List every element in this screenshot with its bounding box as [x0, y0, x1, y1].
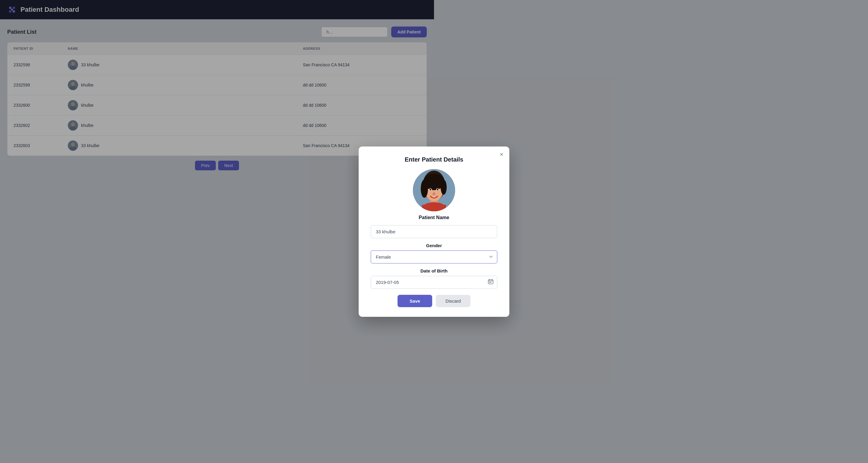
svg-rect-32 [422, 205, 434, 211]
modal-avatar-area [371, 169, 434, 211]
patient-details-modal: × Enter Patient Details [359, 147, 434, 232]
patient-name-field-label: Patient Name [371, 215, 434, 220]
svg-point-29 [430, 189, 431, 190]
patient-name-input[interactable] [371, 225, 434, 232]
modal-title: Enter Patient Details [371, 156, 434, 163]
svg-point-25 [421, 180, 428, 198]
patient-photo-circle [413, 169, 434, 211]
modal-overlay: × Enter Patient Details [0, 0, 434, 232]
patient-photo [413, 169, 434, 211]
